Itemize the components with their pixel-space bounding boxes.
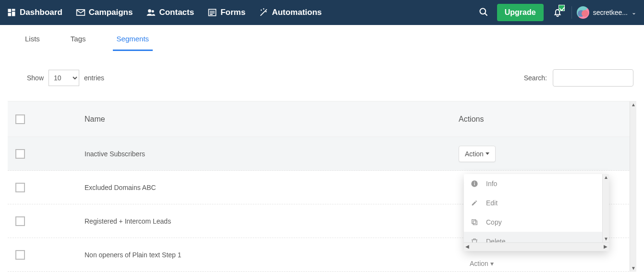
avatar-icon — [577, 6, 589, 19]
nav-forms-label: Forms — [220, 8, 245, 17]
tab-tags[interactable]: Tags — [67, 31, 90, 51]
nav-contacts[interactable]: Contacts — [146, 8, 194, 17]
dropdown-horizontal-scrollbar[interactable]: ◀ ▶ — [464, 242, 609, 251]
user-name: secretkee... — [593, 9, 628, 16]
nav-items: Dashboard Campaigns Contacts Forms Autom… — [7, 8, 322, 17]
row-checkbox[interactable] — [15, 250, 25, 260]
nav-forms[interactable]: Forms — [207, 8, 245, 17]
svg-point-4 — [263, 8, 265, 10]
svg-rect-10 — [473, 221, 477, 225]
search-input[interactable] — [553, 69, 633, 87]
dropdown-item-edit[interactable]: Edit — [464, 193, 609, 213]
nav-dashboard[interactable]: Dashboard — [7, 8, 62, 17]
forms-icon — [207, 8, 217, 17]
row-name[interactable]: Inactive Subscribers — [85, 150, 459, 158]
nav-automations-label: Automations — [272, 8, 322, 17]
row-action-button[interactable]: Action — [459, 146, 496, 162]
header-check-col — [12, 114, 85, 124]
notification-badge-icon — [559, 5, 565, 11]
sub-tabs: Lists Tags Segments — [0, 25, 644, 51]
header-actions: Actions — [459, 115, 632, 124]
nav-automations[interactable]: Automations — [259, 8, 322, 17]
table-header: Name Actions — [8, 101, 636, 137]
nav-contacts-label: Contacts — [159, 8, 194, 17]
show-label: Show — [27, 74, 44, 82]
scroll-right-icon: ▶ — [603, 244, 608, 249]
header-name[interactable]: Name — [85, 115, 459, 124]
nav-campaigns[interactable]: Campaigns — [76, 8, 133, 17]
contacts-icon — [146, 8, 156, 17]
controls-row: Show 10 entries Search: — [8, 69, 636, 96]
hidden-action-button[interactable]: Action ▾ — [470, 260, 494, 267]
dropdown-item-copy[interactable]: Copy — [464, 213, 609, 232]
row-checkbox[interactable] — [15, 216, 25, 226]
row-name[interactable]: Excluded Domains ABC — [85, 184, 459, 191]
chevron-down-icon: ⌄ — [632, 9, 636, 16]
search-button[interactable] — [479, 7, 488, 18]
scroll-down-icon: ▼ — [631, 266, 636, 271]
table-search: Search: — [524, 69, 636, 87]
svg-point-1 — [152, 10, 154, 13]
user-menu[interactable]: secretkee... ⌄ — [571, 6, 636, 19]
dropdown-info-label: Info — [486, 180, 497, 188]
row-checkbox[interactable] — [15, 183, 25, 192]
dropdown-copy-label: Copy — [486, 218, 502, 226]
info-icon — [471, 180, 478, 188]
nav-right: Upgrade secretkee... ⌄ — [479, 4, 636, 21]
table-row: Inactive Subscribers Action — [8, 137, 636, 171]
edit-icon — [471, 199, 478, 207]
row-name[interactable]: Non openers of Plain text Step 1 — [85, 251, 459, 259]
upgrade-button[interactable]: Upgrade — [497, 4, 544, 21]
tab-segments[interactable]: Segments — [113, 31, 153, 51]
svg-point-9 — [474, 182, 475, 183]
svg-rect-8 — [474, 183, 474, 186]
tab-lists[interactable]: Lists — [21, 31, 44, 51]
dropdown-edit-label: Edit — [486, 199, 498, 207]
scroll-up-icon: ▲ — [604, 175, 608, 180]
entries-label: entries — [84, 74, 104, 82]
caret-down-icon — [486, 152, 489, 155]
scroll-down-icon: ▼ — [604, 237, 608, 241]
wand-icon — [259, 8, 268, 17]
nav-campaigns-label: Campaigns — [89, 8, 133, 17]
row-name[interactable]: Registered + Intercom Leads — [85, 217, 459, 225]
nav-dashboard-label: Dashboard — [20, 8, 62, 17]
svg-rect-11 — [472, 220, 476, 224]
svg-point-6 — [480, 8, 486, 14]
select-all-checkbox[interactable] — [15, 114, 25, 124]
action-dropdown: Info Edit Copy Delete ▲ ▼ ◀ ▶ — [464, 174, 609, 251]
search-icon — [479, 7, 488, 17]
top-nav: Dashboard Campaigns Contacts Forms Autom… — [0, 0, 644, 25]
row-checkbox[interactable] — [15, 149, 25, 159]
copy-icon — [471, 218, 478, 226]
dashboard-icon — [7, 8, 16, 17]
dropdown-item-info[interactable]: Info — [464, 174, 609, 193]
search-label: Search: — [524, 74, 547, 82]
envelope-icon — [76, 8, 85, 17]
scroll-left-icon: ◀ — [465, 244, 470, 249]
svg-point-3 — [261, 10, 262, 11]
show-entries: Show 10 entries — [27, 70, 104, 86]
notifications-button[interactable] — [552, 7, 563, 19]
page-size-select[interactable]: 10 — [49, 70, 79, 86]
scroll-up-icon: ▲ — [631, 102, 636, 107]
row-action-label: Action — [465, 150, 484, 158]
dropdown-vertical-scrollbar[interactable]: ▲ ▼ — [602, 174, 609, 242]
svg-point-0 — [148, 9, 152, 13]
svg-point-5 — [266, 11, 267, 12]
table-vertical-scrollbar[interactable]: ▲ ▼ — [630, 101, 636, 272]
